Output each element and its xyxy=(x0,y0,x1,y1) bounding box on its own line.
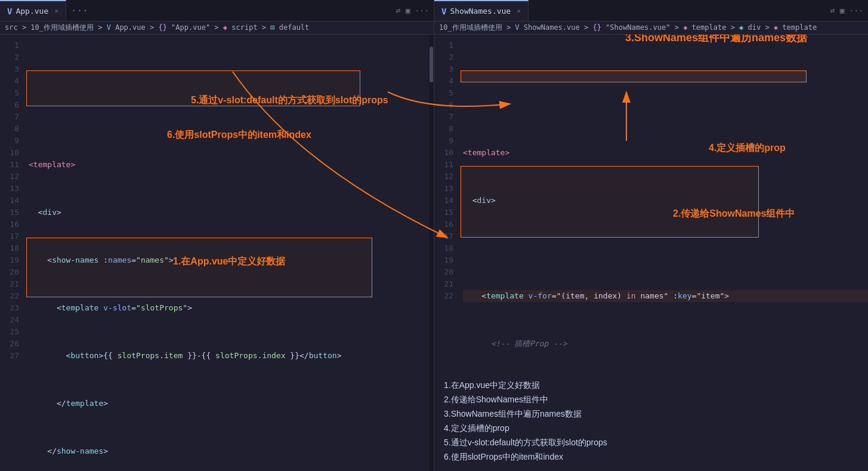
r-code-line-2: <div> xyxy=(463,195,868,207)
editor-actions-left: ⇄ ▣ ··· xyxy=(391,6,434,15)
breadcrumb-right-text: 10_作用域插槽使用 > V ShowNames.vue > {} "ShowN… xyxy=(439,23,817,33)
bottom-item-1: 1.在App.vue中定义好数据 xyxy=(444,378,858,392)
code-line-4: <template v-slot="slotProps"> xyxy=(29,302,434,314)
vue-icon-right: V xyxy=(441,7,446,16)
code-line-1: <template> xyxy=(29,159,434,171)
annotation-6: 6.使用slotProps中的item和index xyxy=(167,129,311,141)
bottom-item-5: 5.通过v-slot:default的方式获取到slot的props xyxy=(444,435,858,450)
breadcrumb-left: src > 10_作用域插槽使用 > V App.vue > {} "App.v… xyxy=(0,21,434,34)
line-numbers-right: 12345 678910 1112131415 1617181920 2122 xyxy=(434,35,458,371)
tab-app-vue[interactable]: V App.vue × xyxy=(0,0,66,21)
split-icon-right[interactable]: ⇄ xyxy=(830,6,835,15)
split-icon[interactable]: ⇄ xyxy=(396,6,401,15)
more-icon-right[interactable]: ··· xyxy=(850,6,863,15)
r-code-line-1: <template> xyxy=(463,147,868,159)
layout-icon[interactable]: ▣ xyxy=(406,6,410,15)
breadcrumb-right: 10_作用域插槽使用 > V ShowNames.vue > {} "ShowN… xyxy=(434,21,868,34)
vue-icon-left: V xyxy=(7,7,12,16)
annotation-2: 2.传递给ShowNames组件中 xyxy=(673,208,795,220)
annotation-5: 5.通过v-slot:default的方式获取到slot的props xyxy=(191,94,388,106)
tab-more-left[interactable]: ··· xyxy=(66,5,93,16)
tab-label-shownames: ShowNames.vue xyxy=(450,7,511,16)
bottom-item-4: 4.定义插槽的prop xyxy=(444,421,858,435)
code-line-2: <div> xyxy=(29,207,434,218)
more-icon-left[interactable]: ··· xyxy=(415,6,429,15)
code-line-3: <show-names :names="names"> xyxy=(29,254,434,266)
tab-close-shownames[interactable]: × xyxy=(517,7,521,15)
bottom-annotations: 1.在App.vue中定义好数据 2.传递给ShowNames组件中 3.Sho… xyxy=(434,371,868,471)
tab-shownames-vue[interactable]: V ShowNames.vue × xyxy=(434,0,529,21)
bottom-item-6: 6.使用slotProps中的item和index xyxy=(444,450,858,464)
code-line-6: </template> xyxy=(29,398,434,410)
r-code-line-5: <!-- 插槽Prop --> xyxy=(463,338,868,350)
tab-close-app-vue[interactable]: × xyxy=(54,7,58,15)
scrollbar-left[interactable] xyxy=(429,35,434,471)
r-code-line-4: <template v-for="(item, index) in names"… xyxy=(463,290,868,302)
editor-actions-right: ⇄ ▣ ··· xyxy=(826,6,868,15)
code-line-7: </show-names> xyxy=(29,445,434,457)
bottom-item-2: 2.传递给ShowNames组件中 xyxy=(444,392,858,407)
layout-icon-right[interactable]: ▣ xyxy=(840,6,845,15)
code-right: <template> <div> <template v-for="(item,… xyxy=(458,35,868,371)
breadcrumb-left-text: src > 10_作用域插槽使用 > V App.vue > {} "App.v… xyxy=(5,23,309,33)
code-left: <template> <div> <show-names :names="nam… xyxy=(24,35,434,471)
annotation-3: 3.ShowNames组件中遍历names数据 xyxy=(625,35,807,44)
tab-label-app-vue: App.vue xyxy=(16,7,48,16)
line-numbers-left: 12345 678910 1112131415 1617181920 21222… xyxy=(0,35,24,471)
code-line-5: <button>{{ slotProps.item }}-{{ slotProp… xyxy=(29,350,434,362)
bottom-item-3: 3.ShowNames组件中遍历names数据 xyxy=(444,407,858,421)
r-code-line-3 xyxy=(463,242,868,254)
